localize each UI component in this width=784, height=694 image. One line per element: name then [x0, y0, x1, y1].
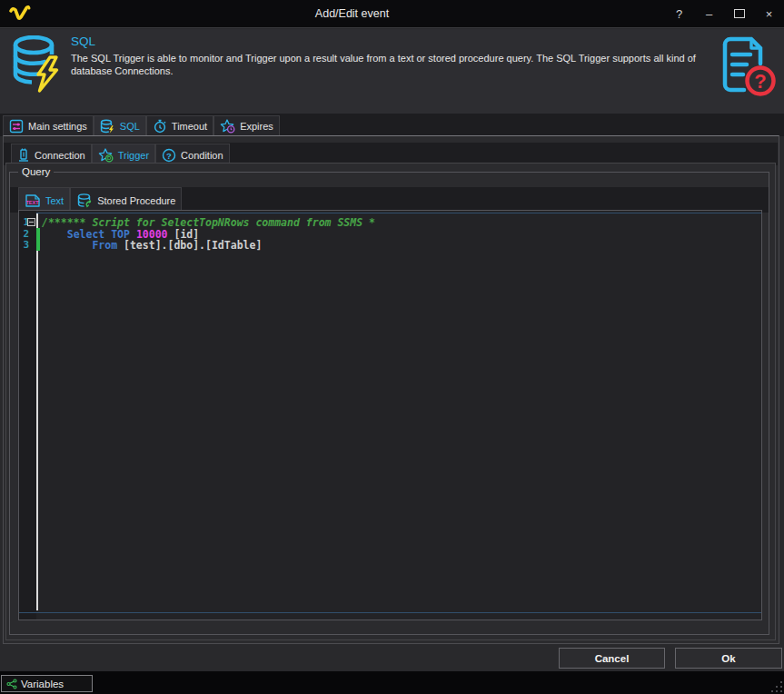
tab-label: Connection — [35, 150, 85, 161]
text-document-icon: TEXT — [25, 193, 41, 209]
window-title: Add/Edit event — [32, 7, 672, 20]
stopwatch-icon — [153, 119, 167, 134]
app-logo-icon — [8, 5, 32, 24]
variables-icon — [6, 679, 17, 689]
tab-expires[interactable]: Expires — [213, 115, 280, 136]
editor-bottom-line — [19, 612, 761, 613]
sliders-icon — [9, 119, 24, 134]
svg-text:?: ? — [754, 70, 766, 93]
tab-main-settings[interactable]: Main settings — [3, 115, 94, 136]
minimize-button[interactable]: – — [694, 0, 724, 27]
database-bolt-icon — [100, 119, 115, 134]
main-tab-strip: Main settings SQL — [0, 114, 784, 136]
help-button[interactable]: ? — [664, 0, 694, 27]
tab-label: Timeout — [172, 121, 207, 132]
statusbar: Variables — [0, 671, 784, 694]
tab-label: SQL — [120, 121, 140, 132]
sql-code-editor[interactable]: 123 /****** Script for SelectTopNRows co… — [18, 210, 762, 620]
tab-stored-procedure[interactable]: Stored Procedure — [70, 187, 182, 213]
tab-label: Expires — [240, 121, 273, 132]
header-title: SQL — [71, 35, 95, 48]
variables-button[interactable]: Variables — [1, 675, 93, 692]
header-description: The SQL Trigger is able to monitor and T… — [71, 53, 718, 77]
resize-grip[interactable] — [768, 678, 782, 692]
variables-label: Variables — [21, 679, 64, 689]
svg-text:?: ? — [166, 150, 172, 160]
star-clock-icon — [220, 119, 235, 134]
document-question-icon: ? — [722, 36, 779, 102]
trigger-tab-page: Query TEXT Text — [5, 163, 776, 640]
tab-label: Condition — [181, 150, 223, 161]
svg-text:TEXT: TEXT — [25, 199, 39, 204]
header-panel: SQL The SQL Trigger is able to monitor a… — [0, 29, 784, 114]
tab-label: Stored Procedure — [97, 195, 175, 206]
cancel-button[interactable]: Cancel — [559, 648, 665, 669]
add-edit-event-dialog: Add/Edit event ? – × SQL The SQL Trigger… — [0, 0, 784, 694]
query-group-label: Query — [18, 166, 54, 177]
change-tracking-bar — [36, 228, 40, 251]
query-tab-strip: TEXT Text — [10, 187, 769, 213]
star-badge-icon: D — [98, 148, 114, 163]
tab-sql[interactable]: SQL — [94, 115, 146, 136]
sql-tab-page: Connection D Trigger ? Condition — [3, 135, 779, 644]
tab-label: Trigger — [118, 150, 149, 161]
question-circle-icon: ? — [162, 148, 176, 163]
svg-text:D: D — [107, 155, 112, 161]
editor-gutter — [19, 211, 36, 620]
tab-label: Main settings — [28, 121, 87, 132]
query-groupbox: Query TEXT Text — [9, 172, 769, 635]
database-arrow-icon — [76, 193, 93, 209]
code-lines: /****** Script for SelectTopNRows comman… — [42, 216, 759, 251]
close-button[interactable]: × — [754, 0, 784, 27]
ok-button[interactable]: Ok — [675, 648, 782, 669]
titlebar: Add/Edit event ? – × — [0, 0, 784, 28]
tab-timeout[interactable]: Timeout — [146, 115, 213, 136]
tab-label: Text — [45, 195, 64, 206]
tab-text[interactable]: TEXT Text — [18, 187, 70, 213]
editor-top-line — [19, 213, 761, 213]
maximize-icon — [734, 9, 745, 18]
sql-database-icon — [13, 35, 64, 95]
editor-margin-line — [36, 213, 38, 610]
maximize-button[interactable] — [724, 0, 754, 27]
fold-collapse-icon[interactable] — [27, 218, 35, 226]
plug-icon — [17, 148, 30, 163]
